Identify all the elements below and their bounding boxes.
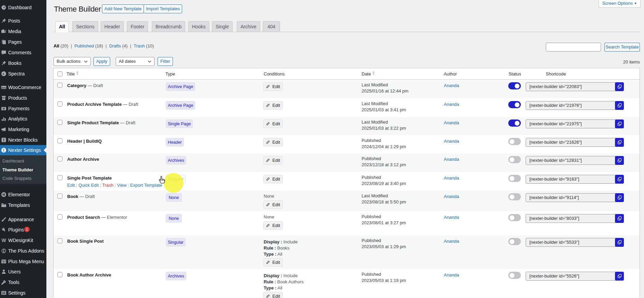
svg-text:WOO: WOO <box>1 87 6 89</box>
svg-text:$: $ <box>3 108 4 110</box>
svg-text:W: W <box>1 238 6 243</box>
